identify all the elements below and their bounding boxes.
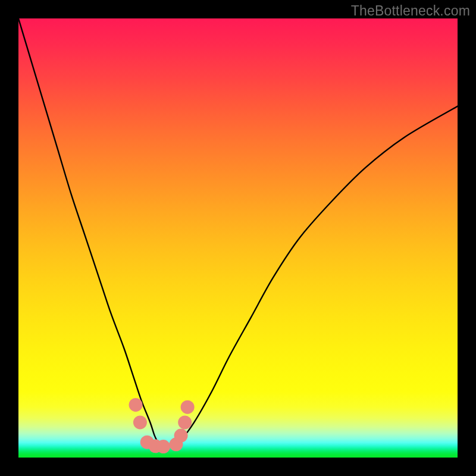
data-marker	[174, 429, 188, 443]
data-marker	[178, 415, 192, 429]
data-marker	[133, 415, 147, 429]
plot-area	[18, 18, 458, 458]
data-marker	[181, 400, 195, 414]
data-marker	[156, 440, 170, 453]
data-marker	[129, 398, 143, 412]
chart-stage: TheBottleneck.com	[0, 0, 476, 476]
marker-layer	[18, 18, 458, 458]
watermark-text: TheBottleneck.com	[351, 3, 470, 19]
